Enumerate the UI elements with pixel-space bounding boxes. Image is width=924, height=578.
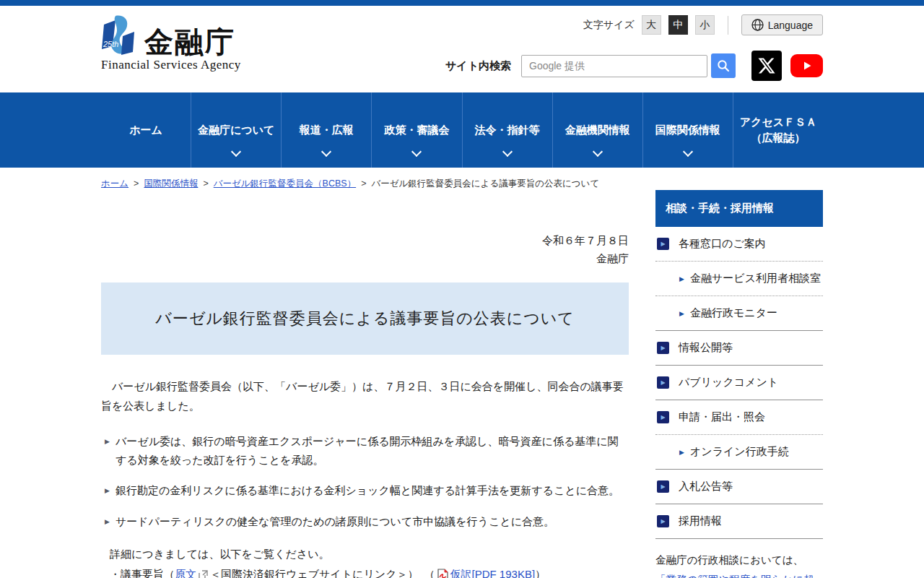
list-item: ▶ バーゼル委は、銀行の暗号資産エクスポージャーに係る開示枠組みを承認し、暗号資… [101, 432, 629, 469]
chevron-down-icon [502, 147, 512, 157]
sidebar-item-administration-monitor[interactable]: ▶ 金融行政モニター [655, 296, 823, 331]
breadcrumb-home[interactable]: ホーム [101, 178, 128, 189]
chevron-down-icon [321, 147, 331, 157]
emblem-25th-label: 25th [103, 40, 118, 48]
arrow-square-icon: ▶ [657, 342, 669, 354]
doc-line-mid: ＜国際決済銀行ウェブサイトにリンク＞） [210, 568, 419, 578]
search-button[interactable] [711, 53, 736, 78]
doc-line-prefix: ・議事要旨（ [110, 568, 175, 578]
list-item: ▶ 銀行勘定の金利リスクに係る基準における金利ショック幅と関連する計算手法を更新… [101, 481, 629, 500]
x-social-button[interactable] [751, 51, 782, 81]
sidebar-item-public-comment[interactable]: ▶ パブリックコメント [655, 366, 823, 400]
breadcrumb-separator: > [203, 178, 208, 189]
font-size-large-button[interactable]: 大 [642, 15, 661, 35]
nav-access-fsa[interactable]: アクセスＦＳＡ （広報誌） [733, 92, 823, 168]
arrow-square-icon: ▶ [657, 238, 669, 250]
nav-label: 国際関係情報 [655, 122, 720, 139]
nav-financial-institutions[interactable]: 金融機関情報 [552, 92, 642, 168]
chevron-down-icon [683, 147, 693, 157]
breadcrumb-separator: > [134, 178, 139, 189]
search-icon [717, 59, 730, 72]
youtube-play-icon [801, 60, 813, 72]
triangle-bullet-icon: ▶ [105, 517, 110, 531]
sidebar-item-label: パブリックコメント [679, 376, 778, 389]
nav-about-fsa[interactable]: 金融庁について [191, 92, 281, 168]
chevron-down-icon [593, 147, 603, 157]
arrow-square-icon: ▶ [657, 411, 669, 423]
arrow-icon: ▶ [679, 449, 684, 456]
language-label: Language [768, 20, 813, 31]
nav-policy-councils[interactable]: 政策・審議会 [371, 92, 461, 168]
sidebar-item-label: 採用情報 [679, 514, 722, 528]
logo-title: 金融庁 [144, 27, 235, 56]
breadcrumb-bcbs[interactable]: バーゼル銀行監督委員会（BCBS） [214, 178, 356, 189]
chevron-down-icon [231, 147, 241, 157]
sidebar-item-label: 情報公開等 [679, 341, 733, 355]
sidebar-item-label: 各種窓口のご案内 [679, 237, 766, 251]
top-accent-strip [0, 0, 924, 6]
breadcrumb-separator: > [361, 178, 366, 189]
doc-line-open-paren: （ [424, 568, 435, 578]
sidebar-item-online-procedures[interactable]: ▶ オンライン行政手続 [655, 435, 823, 470]
sidebar-item-recruitment[interactable]: ▶ 採用情報 [655, 504, 823, 539]
sidebar: 相談・手続・採用情報 ▶ 各種窓口のご案内 ▶ 金融サービス利用者相談室 ▶ 金… [655, 190, 823, 578]
fsa-logo[interactable]: 25th 金融庁 Financial Services Agency [101, 14, 241, 72]
nav-label: アクセスＦＳＡ （広報誌） [740, 114, 816, 147]
sidebar-item-label: 金融サービス利用者相談室 [690, 272, 821, 285]
title-box: バーゼル銀行監督委員会による議事要旨の公表について [101, 282, 629, 355]
details-intro: 詳細につきましては、以下をご覧ください。 [101, 548, 629, 561]
complaint-policy-link[interactable]: 「業務の範囲や程度を明らかに超える苦情相談」への対応 [655, 574, 814, 578]
nav-laws-guidelines[interactable]: 法令・指針等 [462, 92, 552, 168]
breadcrumb-current-page: バーゼル銀行監督委員会による議事要旨の公表について [371, 178, 599, 189]
doc-line-close-paren: ） [535, 568, 546, 578]
list-item-text: 銀行勘定の金利リスクに係る基準における金利ショック幅と関連する計算手法を更新する… [116, 481, 619, 500]
document-links-line: ・議事要旨（ 原文 ＜国際決済銀行ウェブサイトにリンク＞） （ 仮訳[PDF 1… [101, 568, 629, 578]
sidebar-item-contact-desks[interactable]: ▶ 各種窓口のご案内 [655, 227, 823, 262]
nav-international[interactable]: 国際関係情報 [642, 92, 733, 168]
list-item: ▶ サードパーティリスクの健全な管理のための諸原則について市中協議を行うことに合… [101, 512, 629, 531]
youtube-social-button[interactable] [790, 54, 823, 77]
logo-subtitle: Financial Services Agency [101, 58, 241, 72]
arrow-square-icon: ▶ [657, 480, 669, 493]
provisional-translation-pdf-link[interactable]: 仮訳[PDF 193KB] [450, 568, 536, 578]
nav-label: ホーム [129, 122, 162, 139]
sidebar-title[interactable]: 相談・手続・採用情報 [655, 190, 823, 227]
nav-home[interactable]: ホーム [101, 92, 191, 168]
arrow-icon: ▶ [679, 310, 684, 317]
sidebar-item-label: 申請・届出・照会 [679, 410, 765, 424]
sidebar-item-procurement[interactable]: ▶ 入札公告等 [655, 470, 823, 504]
page-title: バーゼル銀行監督委員会による議事要旨の公表について [155, 308, 575, 329]
arrow-square-icon: ▶ [657, 376, 669, 389]
sidebar-note: 金融庁の行政相談においては、「業務の範囲や程度を明らかに超える苦情相談」への対応… [655, 551, 823, 578]
original-text-link[interactable]: 原文 [175, 568, 196, 578]
font-size-medium-button[interactable]: 中 [668, 15, 688, 35]
sidebar-item-consumer-consultation[interactable]: ▶ 金融サービス利用者相談室 [655, 262, 823, 296]
breadcrumb-international[interactable]: 国際関係情報 [144, 178, 198, 189]
sidebar-note-pre: 金融庁の行政相談においては、 [655, 554, 803, 566]
language-button[interactable]: Language [741, 14, 823, 35]
nav-label: 金融庁について [198, 122, 274, 139]
article-agency: 金融庁 [101, 250, 629, 268]
header-divider [728, 16, 728, 35]
article-intro: バーゼル銀行監督委員会（以下、「バーゼル委」）は、７月２日、３日に会合を開催し、… [101, 376, 629, 417]
nav-label: 金融機関情報 [565, 122, 630, 139]
font-size-small-button[interactable]: 小 [695, 15, 715, 35]
globe-icon [751, 19, 764, 31]
sidebar-item-label: 金融行政モニター [690, 306, 777, 320]
fsa-emblem-icon: 25th [101, 14, 139, 56]
site-search-input[interactable] [521, 55, 707, 77]
breadcrumb: ホーム>国際関係情報>バーゼル銀行監督委員会（BCBS）>バーゼル銀行監督委員会… [101, 178, 823, 190]
sidebar-item-applications[interactable]: ▶ 申請・届出・照会 [655, 400, 823, 435]
triangle-bullet-icon: ▶ [105, 436, 110, 469]
sidebar-item-label: 入札公告等 [679, 480, 733, 493]
chevron-down-icon [411, 147, 422, 157]
sidebar-item-information-disclosure[interactable]: ▶ 情報公開等 [655, 331, 823, 366]
article-date: 令和６年７月８日 [101, 232, 629, 250]
list-item-text: サードパーティリスクの健全な管理のための諸原則について市中協議を行うことに合意。 [116, 512, 554, 531]
external-link-icon [199, 570, 208, 578]
nav-label: 法令・指針等 [475, 122, 540, 139]
article-content: 令和６年７月８日 金融庁 バーゼル銀行監督委員会による議事要旨の公表について バ… [101, 190, 629, 578]
site-search-label: サイト内検索 [445, 59, 511, 73]
sidebar-item-label: オンライン行政手続 [690, 445, 789, 459]
nav-press-pr[interactable]: 報道・広報 [281, 92, 371, 168]
